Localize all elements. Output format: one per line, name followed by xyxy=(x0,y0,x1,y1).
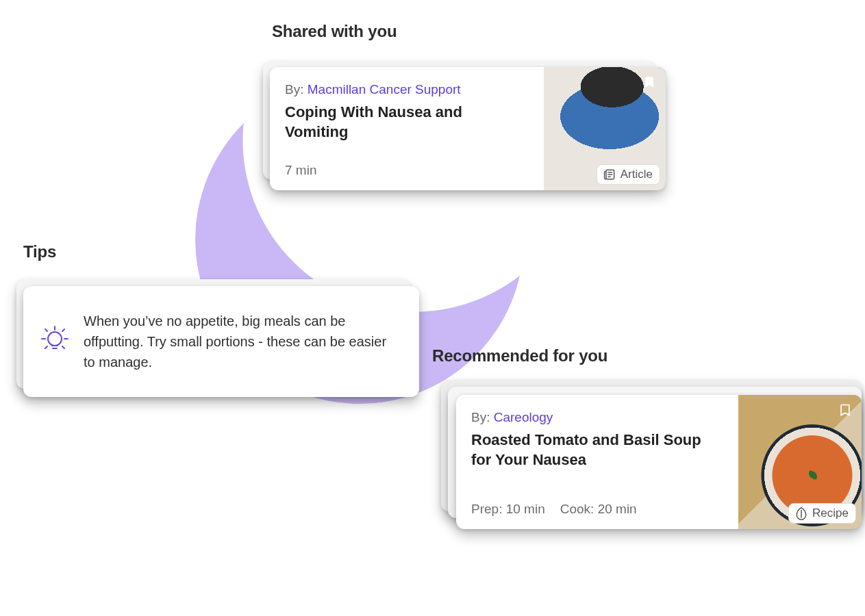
by-prefix: By: xyxy=(471,410,490,424)
prep-time: Prep: 10 min xyxy=(471,502,545,517)
recommended-card[interactable]: By: Careology Roasted Tomato and Basil S… xyxy=(425,380,862,529)
tip-card[interactable]: When you’ve no appetite, big meals can b… xyxy=(16,277,419,397)
badge-label: Recipe xyxy=(812,506,849,520)
bookmark-icon[interactable] xyxy=(836,400,855,420)
by-prefix: By: xyxy=(285,82,303,97)
svg-line-11 xyxy=(62,346,64,348)
cook-time: Cook: 20 min xyxy=(560,502,637,517)
svg-point-4 xyxy=(48,332,62,346)
bookmark-icon[interactable] xyxy=(640,73,659,92)
lightbulb-icon xyxy=(41,324,68,359)
author-link[interactable]: Macmillan Cancer Support xyxy=(308,82,461,97)
byline: By: Careology xyxy=(471,410,723,425)
author-link[interactable]: Careology xyxy=(494,410,553,424)
badge-label: Article xyxy=(620,168,653,181)
svg-line-10 xyxy=(45,346,47,348)
article-image: Article xyxy=(544,67,666,190)
tip-text: When you’ve no appetite, big meals can b… xyxy=(84,311,401,372)
content-type-badge: Article xyxy=(597,164,660,185)
read-time: 7 min xyxy=(285,163,529,178)
leaf-icon xyxy=(794,506,808,520)
recipe-title: Roasted Tomato and Basil Soup for Your N… xyxy=(471,431,723,470)
recipe-image: Recipe xyxy=(738,395,862,529)
content-type-badge: Recipe xyxy=(788,503,856,524)
section-heading-recommended: Recommended for you xyxy=(432,346,607,365)
byline: By: Macmillan Cancer Support xyxy=(285,82,529,97)
card-front: When you’ve no appetite, big meals can b… xyxy=(23,286,419,397)
svg-line-8 xyxy=(45,329,47,331)
section-heading-tips: Tips xyxy=(23,242,56,261)
article-icon xyxy=(603,168,616,181)
recipe-times: Prep: 10 min Cook: 20 min xyxy=(471,502,723,517)
shared-card[interactable]: By: Macmillan Cancer Support Coping With… xyxy=(263,57,666,190)
article-title: Coping With Nausea and Vomiting xyxy=(285,103,529,142)
svg-line-9 xyxy=(62,329,64,331)
section-heading-shared: Shared with you xyxy=(272,22,397,41)
card-front: By: Macmillan Cancer Support Coping With… xyxy=(270,67,666,190)
card-front: By: Careology Roasted Tomato and Basil S… xyxy=(456,395,862,529)
